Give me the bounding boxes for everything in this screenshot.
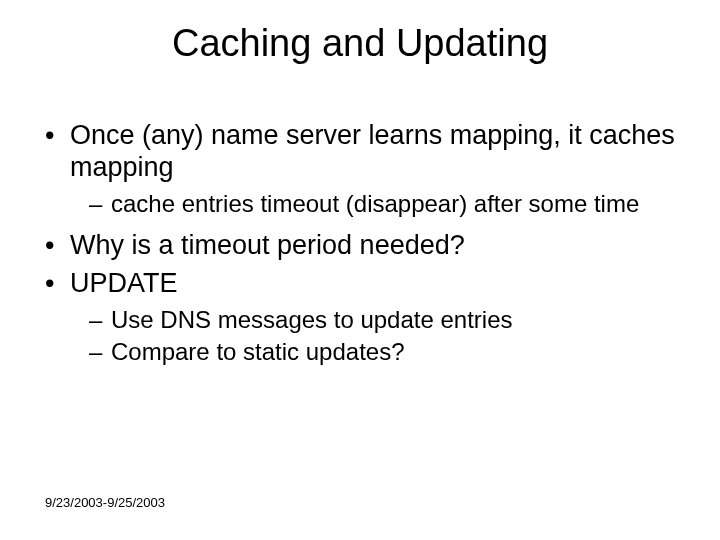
bullet-dash-icon: – [89,306,102,334]
slide-title: Caching and Updating [0,22,720,65]
bullet-dash-icon: – [89,338,102,366]
footer-date: 9/23/2003-9/25/2003 [45,495,165,510]
slide-body: • Once (any) name server learns mapping,… [45,120,680,370]
bullet-text: Why is a timeout period needed? [70,230,465,260]
bullet-dot-icon: • [45,120,54,152]
bullet-level2: – cache entries timeout (disappear) afte… [45,190,680,218]
bullet-dash-icon: – [89,190,102,218]
bullet-text: Compare to static updates? [111,338,405,365]
bullet-level2: – Compare to static updates? [45,338,680,366]
bullet-level1: • Once (any) name server learns mapping,… [45,120,680,184]
bullet-level1: • UPDATE [45,268,680,300]
bullet-dot-icon: • [45,230,54,262]
bullet-level1: • Why is a timeout period needed? [45,230,680,262]
bullet-text: Once (any) name server learns mapping, i… [70,120,675,182]
spacer [45,222,680,230]
bullet-text: Use DNS messages to update entries [111,306,513,333]
bullet-text: cache entries timeout (disappear) after … [111,190,639,217]
slide: Caching and Updating • Once (any) name s… [0,0,720,540]
bullet-text: UPDATE [70,268,178,298]
bullet-dot-icon: • [45,268,54,300]
bullet-level2: – Use DNS messages to update entries [45,306,680,334]
